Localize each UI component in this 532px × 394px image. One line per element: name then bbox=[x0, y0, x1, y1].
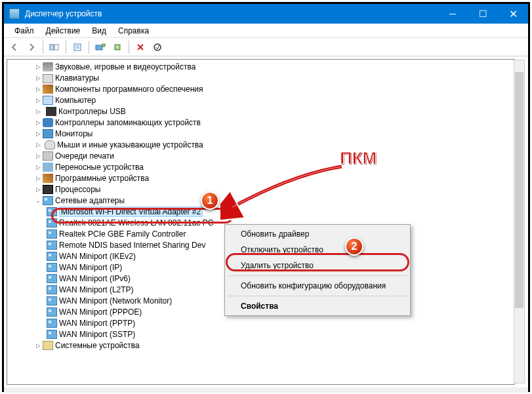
audio-icon bbox=[43, 62, 53, 71]
node-label: WAN Miniport (IPv6) bbox=[59, 274, 131, 283]
node-label: WAN Miniport (IKEv2) bbox=[59, 252, 136, 261]
expand-icon[interactable]: ▷ bbox=[33, 342, 43, 349]
back-button[interactable] bbox=[7, 39, 22, 55]
tree-node-mice[interactable]: ▷Мыши и иные указывающие устройства bbox=[7, 139, 514, 150]
uninstall-button[interactable] bbox=[133, 39, 148, 55]
menu-action[interactable]: Действие bbox=[41, 25, 86, 37]
close-button[interactable]: ✕ bbox=[498, 4, 528, 24]
network-adapter-icon bbox=[47, 207, 57, 216]
toolbar: + bbox=[4, 38, 528, 56]
expand-icon[interactable]: ▷ bbox=[33, 175, 43, 182]
expand-icon[interactable]: ▷ bbox=[33, 119, 43, 126]
node-label: Мыши и иные указывающие устройства bbox=[57, 140, 203, 149]
expand-icon[interactable]: ▷ bbox=[33, 108, 43, 115]
cpu-icon bbox=[43, 185, 53, 194]
network-adapter-icon bbox=[47, 241, 57, 250]
node-label: WAN Miniport (PPTP) bbox=[59, 319, 135, 328]
node-label: Компоненты программного обеспечения bbox=[55, 85, 203, 94]
minimize-button[interactable]: ─ bbox=[438, 4, 468, 24]
system-icon bbox=[43, 341, 53, 350]
properties-button[interactable] bbox=[70, 39, 85, 55]
tree-node-printq[interactable]: ▷Очереди печати bbox=[7, 150, 514, 161]
menu-disable-device[interactable]: Отключить устройство bbox=[226, 242, 409, 258]
tree-node-wan-sstp[interactable]: WAN Miniport (SSTP) bbox=[7, 328, 514, 340]
mouse-icon bbox=[45, 140, 55, 149]
menu-file[interactable]: Файл bbox=[9, 25, 39, 37]
expand-icon[interactable]: ▷ bbox=[33, 130, 43, 137]
node-label: Процессоры bbox=[55, 185, 101, 194]
menu-update-driver[interactable]: Обновить драйвер bbox=[226, 226, 409, 242]
expand-icon[interactable]: ▷ bbox=[33, 64, 43, 70]
node-label: Системные устройства bbox=[55, 341, 140, 350]
scroll-thumb[interactable] bbox=[515, 72, 523, 308]
expand-icon[interactable]: ▷ bbox=[33, 186, 43, 193]
expand-icon[interactable]: ▷ bbox=[33, 142, 43, 148]
network-adapter-icon bbox=[47, 252, 57, 261]
tree-node-keyboards[interactable]: ▷Клавиатуры bbox=[7, 72, 514, 83]
title-bar: Диспетчер устройств ─ ☐ ✕ bbox=[4, 4, 528, 24]
menu-separator bbox=[228, 296, 407, 296]
tree-node-system[interactable]: ▷Системные устройства bbox=[7, 340, 514, 351]
network-adapter-icon bbox=[47, 296, 57, 305]
network-adapter-icon bbox=[47, 330, 57, 339]
maximize-button[interactable]: ☐ bbox=[468, 4, 498, 24]
node-label: Мониторы bbox=[55, 129, 92, 138]
keyboard-icon bbox=[43, 74, 53, 83]
collapse-icon[interactable]: ⌄ bbox=[33, 197, 43, 204]
scan-hardware-button[interactable] bbox=[92, 39, 108, 55]
vertical-scrollbar[interactable] bbox=[514, 60, 525, 384]
expand-icon[interactable]: ▷ bbox=[33, 164, 43, 170]
annotation-badge-2: 2 bbox=[345, 237, 363, 256]
svg-rect-6 bbox=[102, 44, 105, 47]
tree-node-storage[interactable]: ▷Контроллеры запоминающих устройств bbox=[7, 117, 514, 128]
disable-button[interactable] bbox=[150, 39, 165, 55]
tree-node-portable[interactable]: ▷Переносные устройства bbox=[7, 161, 514, 172]
svg-rect-0 bbox=[50, 45, 54, 50]
menu-scan-hardware[interactable]: Обновить конфигурацию оборудования bbox=[226, 278, 409, 294]
tree-node-monitors[interactable]: ▷Мониторы bbox=[7, 128, 514, 139]
expand-icon[interactable]: ▷ bbox=[33, 75, 43, 81]
expand-icon[interactable]: ▷ bbox=[33, 97, 43, 104]
app-icon bbox=[9, 9, 20, 19]
printer-icon bbox=[43, 151, 53, 161]
menu-uninstall-device[interactable]: Удалить устройство bbox=[226, 258, 409, 273]
network-adapter-icon bbox=[47, 285, 57, 294]
network-adapter-icon bbox=[47, 229, 57, 239]
context-menu: Обновить драйвер Отключить устройство Уд… bbox=[224, 224, 411, 316]
annotation-pkm-label: ПКМ bbox=[340, 148, 377, 168]
menu-help[interactable]: Справка bbox=[113, 25, 154, 37]
tree-node-usb[interactable]: ▷Контроллеры USB bbox=[7, 106, 514, 117]
menu-view[interactable]: Вид bbox=[87, 25, 112, 37]
tree-node-audio[interactable]: ▷Звуковые, игровые и видеоустройства bbox=[7, 61, 514, 72]
computer-icon bbox=[43, 96, 53, 105]
tree-node-computer[interactable]: ▷Компьютер bbox=[7, 94, 514, 106]
node-label: Контроллеры запоминающих устройств bbox=[55, 118, 201, 127]
tree-node-network-adapters[interactable]: ⌄Сетевые адаптеры bbox=[7, 195, 514, 206]
node-label: Звуковые, игровые и видеоустройства bbox=[55, 62, 195, 71]
network-adapter-icon bbox=[47, 263, 57, 272]
network-icon bbox=[43, 196, 53, 205]
network-adapter-icon bbox=[47, 274, 57, 283]
node-label: Клавиатуры bbox=[55, 73, 99, 83]
monitor-icon bbox=[43, 129, 53, 138]
expand-icon[interactable]: ▷ bbox=[33, 153, 43, 159]
tree-node-wan-pptp[interactable]: WAN Miniport (PPTP) bbox=[7, 317, 514, 328]
node-label: Контроллеры USB bbox=[58, 107, 126, 116]
svg-rect-5 bbox=[96, 45, 102, 50]
node-label: Remote NDIS based Internet Sharing Dev bbox=[59, 241, 205, 250]
node-label: WAN Miniport (PPPOE) bbox=[59, 307, 142, 317]
tree-node-cpu[interactable]: ▷Процессоры bbox=[7, 184, 514, 195]
status-bar bbox=[4, 387, 528, 393]
node-label: Переносные устройства bbox=[55, 163, 144, 172]
expand-icon[interactable]: ▷ bbox=[33, 86, 43, 92]
tree-node-wifi-direct[interactable]: Microsoft Wi-Fi Direct Virtual Adapter #… bbox=[7, 206, 514, 217]
menu-properties[interactable]: Свойства bbox=[226, 298, 409, 314]
menu-separator bbox=[228, 275, 407, 276]
tree-node-swdev[interactable]: ▷Программные устройства bbox=[7, 172, 514, 184]
forward-button[interactable] bbox=[24, 39, 39, 55]
device-tree[interactable]: ▷Звуковые, игровые и видеоустройства ▷Кл… bbox=[7, 59, 515, 385]
tree-node-software[interactable]: ▷Компоненты программного обеспечения bbox=[7, 83, 514, 94]
show-hide-button[interactable] bbox=[47, 39, 62, 55]
add-driver-button[interactable]: + bbox=[110, 39, 125, 55]
annotation-badge-1: 1 bbox=[201, 191, 219, 210]
